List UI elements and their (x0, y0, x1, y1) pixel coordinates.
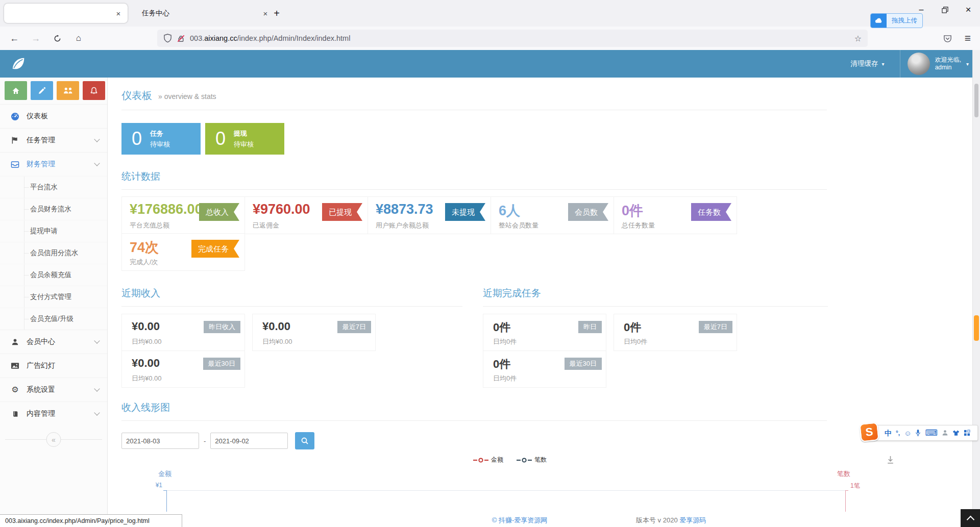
stat-value: 6人 (499, 202, 575, 220)
section-title-recent-income: 近期收入 (121, 287, 462, 300)
browser-window: × 任务中心 × + – × 拖拽上传 ← → ⌂ (0, 0, 980, 527)
submenu-item-platform-flow[interactable]: 平台流水 (0, 176, 107, 198)
pending-withdraw-tile[interactable]: 0 提现 待审核 (205, 123, 284, 155)
page-title: 仪表板 (121, 89, 152, 103)
tab-blank[interactable]: × (4, 4, 128, 23)
drag-upload-badge[interactable]: 拖拽上传 (870, 13, 923, 28)
back-button[interactable]: ← (6, 30, 22, 46)
sidebar-item-member-center[interactable]: 会员中心 (0, 330, 107, 354)
search-button[interactable] (295, 432, 314, 449)
submenu-item-balance-recharge[interactable]: 会员余额充值 (0, 264, 107, 286)
chevron-down-icon (94, 160, 100, 166)
ime-chinese-mode[interactable]: 中 (885, 430, 892, 437)
tab-close-icon[interactable]: × (113, 8, 124, 18)
hover-url: 003.aixiang.cc/index.php/Admin/Pay/price… (5, 517, 150, 524)
url-bar[interactable]: 003.aixiang.cc/index.php/Admin/Index/ind… (157, 30, 868, 47)
submenu-item-credit-flow[interactable]: 会员信用分流水 (0, 242, 107, 264)
pending-tasks-tile[interactable]: 0 任务 待审核 (121, 123, 201, 155)
stat-value: ¥176886.00 (130, 202, 206, 217)
submenu-item-withdraw-request[interactable]: 提现申请 (0, 220, 107, 242)
income-card-7days: ¥0.00 最近7日 日均¥0.00 (252, 314, 376, 351)
ime-toolbar: S 中 °, ☺ ⌨ (862, 425, 978, 441)
chevron-down-icon (94, 338, 100, 343)
ime-skin-icon[interactable] (952, 430, 960, 436)
clear-cache-label: 清理缓存 (851, 59, 878, 68)
recent-sections: 近期收入 ¥0.00 昨日收入 日均¥0.00 ¥0.00 最近7日 日均¥0.… (121, 287, 972, 388)
gear-icon: ⚙ (10, 386, 20, 394)
pending-withdraw-count: 0 (215, 128, 226, 149)
sidebar-item-label: 内容管理 (27, 409, 55, 418)
divider (121, 306, 462, 307)
home-button[interactable]: ⌂ (70, 30, 87, 46)
stat-value: 0件 (622, 202, 698, 220)
page-scrollbar[interactable] (972, 50, 980, 527)
section-title-recent-tasks: 近期完成任务 (483, 287, 828, 300)
stat-label: 整站会员数量 (499, 221, 538, 230)
shield-icon[interactable] (163, 34, 172, 43)
submenu-item-member-finance-flow[interactable]: 会员财务流水 (0, 198, 107, 220)
back-to-top-button[interactable] (961, 509, 980, 527)
new-tab-button[interactable]: + (270, 6, 284, 20)
sidebar-item-content-management[interactable]: 内容管理 (0, 401, 107, 425)
ime-keyboard-icon[interactable]: ⌨ (925, 429, 938, 437)
user-menu[interactable]: 欢迎光临, admin ▾ (900, 50, 980, 78)
stat-ribbon: 未提现 (445, 203, 485, 221)
income-badge: 昨日收入 (204, 321, 240, 333)
submenu-item-recharge-upgrade[interactable]: 会员充值/升级 (0, 308, 107, 330)
app-header: 清理缓存 ▾ 欢迎光临, admin ▾ (0, 50, 980, 78)
members-quick-button[interactable] (57, 81, 79, 100)
sidebar-item-label: 会员中心 (27, 337, 55, 346)
bookmark-star-icon[interactable]: ☆ (854, 34, 862, 43)
download-chart-icon[interactable] (886, 455, 895, 465)
close-button[interactable]: × (957, 0, 980, 19)
url-text[interactable]: 003.aixiang.cc/index.php/Admin/Index/ind… (190, 34, 350, 42)
status-bar: 003.aixiang.cc/index.php/Admin/Pay/price… (0, 514, 182, 527)
user-icon (10, 338, 20, 346)
reload-button[interactable] (49, 30, 65, 46)
section-title-stats: 统计数据 (121, 170, 972, 183)
recent-income-section: 近期收入 ¥0.00 昨日收入 日均¥0.00 ¥0.00 最近7日 日均¥0.… (121, 287, 462, 388)
sidebar-item-dashboard[interactable]: 仪表板 (0, 104, 107, 128)
main-content: 仪表板 » overview & stats 0 任务 待审核 0 提现 待审核… (108, 78, 972, 527)
sidebar-item-finance-management[interactable]: 财务管理 (0, 152, 107, 176)
sidebar-item-task-management[interactable]: 任务管理 (0, 128, 107, 152)
right-axis-title: 笔数 (837, 469, 850, 479)
ime-emoji-icon[interactable]: ☺ (904, 430, 911, 437)
date-to-input[interactable] (210, 433, 288, 449)
home-quick-button[interactable] (5, 81, 27, 100)
clear-cache-dropdown[interactable]: 清理缓存 ▾ (843, 50, 900, 78)
sidebar-item-system-settings[interactable]: ⚙ 系统设置 (0, 378, 107, 401)
hamburger-menu-icon[interactable]: ≡ (960, 30, 976, 46)
ime-toolbox-icon[interactable] (964, 430, 970, 436)
divider (483, 306, 828, 307)
submenu-item-payment-methods[interactable]: 支付方式管理 (0, 286, 107, 308)
income-badge: 最近7日 (337, 321, 371, 333)
scrollbar-thumb[interactable] (974, 84, 978, 117)
ime-mic-icon[interactable] (915, 429, 921, 437)
insecure-lock-icon[interactable] (177, 34, 185, 43)
divider (121, 110, 827, 110)
ime-id-icon[interactable] (942, 430, 948, 436)
legend-item-amount[interactable]: 金额 (473, 456, 503, 464)
sidebar-item-ad-slides[interactable]: 广告幻灯 (0, 354, 107, 378)
version-link[interactable]: 爱享源码 (679, 516, 706, 524)
income-average: 日均¥0.00 (132, 374, 162, 383)
legend-item-count[interactable]: 笔数 (517, 456, 547, 464)
date-from-input[interactable] (121, 433, 199, 449)
tab-task-center[interactable]: 任务中心 × (134, 4, 275, 23)
stat-card-completed: 74次 完成任务 完成人/次 (121, 233, 245, 271)
restore-button[interactable] (933, 0, 957, 19)
notifications-quick-button[interactable] (83, 81, 105, 100)
ime-punctuation-icon[interactable]: °, (896, 430, 900, 436)
tab-close-icon[interactable]: × (260, 8, 271, 18)
avatar[interactable] (908, 53, 930, 75)
edit-quick-button[interactable] (31, 81, 53, 100)
income-average: 日均¥0.00 (262, 337, 292, 346)
copyright-link[interactable]: © 抖赚-爱享资源网 (492, 516, 548, 525)
flag-icon (10, 136, 20, 144)
sidebar-collapse-button[interactable]: « (46, 432, 61, 447)
pocket-icon[interactable] (939, 30, 955, 46)
sogou-logo-icon[interactable]: S (859, 422, 879, 442)
forward-button[interactable]: → (28, 30, 44, 46)
bell-icon (90, 87, 98, 95)
